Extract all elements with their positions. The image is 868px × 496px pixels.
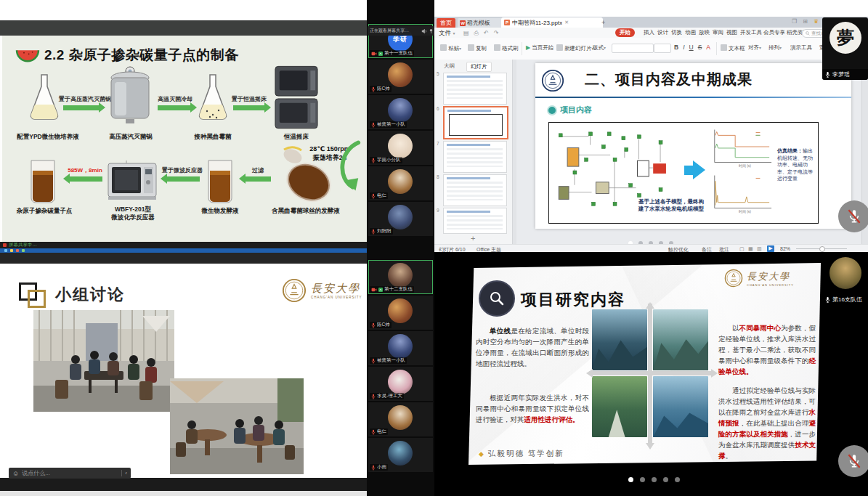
- participant-tile[interactable]: 刘阳阳: [368, 202, 433, 236]
- vip-icon[interactable]: ♛: [814, 18, 819, 25]
- zoom-slider-handle[interactable]: [819, 246, 825, 252]
- slide-thumbnail[interactable]: [443, 73, 507, 105]
- logo-english: CHANG'AN UNIVERSITY: [311, 296, 362, 299]
- play-from-page-button[interactable]: ▶ 当页开始: [526, 44, 553, 52]
- mute-button[interactable]: [838, 200, 868, 232]
- ribbon-tab-transition[interactable]: 切换: [671, 29, 682, 36]
- avatar: [830, 257, 861, 289]
- participant-label: 被窝第一小队: [370, 121, 407, 128]
- right-paragraph-1: 以不同暴雨中心为参数，假定经验单位线，推求入库洪水过程，基于最小二乘法，获取不同…: [718, 322, 816, 377]
- save-icon[interactable]: ▤: [463, 30, 469, 37]
- format-buttons: B I U S A: [674, 44, 710, 51]
- thumb-number: 6: [437, 106, 439, 111]
- wps-document-tab[interactable]: P 中期答辩11-23.pptx ✕: [501, 17, 603, 28]
- taskbar-app-icon[interactable]: [10, 249, 13, 252]
- ribbon-tab-insert[interactable]: 插入: [644, 29, 654, 36]
- overlay-video-tile[interactable]: 第16支队伍: [822, 256, 868, 305]
- new-slide-button[interactable]: 新建幻灯片▾: [556, 44, 594, 52]
- overlay-participant-name: 李梦瑶: [832, 70, 850, 78]
- share-tooltip-text: 正在观看屏幕共享…: [370, 28, 420, 34]
- undo-icon[interactable]: ↶: [484, 30, 489, 37]
- pin-icon[interactable]: [429, 28, 434, 33]
- play-button[interactable]: ▶: [767, 245, 774, 252]
- slide-thumbnail[interactable]: [443, 208, 507, 234]
- avatar: [388, 169, 413, 194]
- participant-tile[interactable]: 芋圆小分队: [368, 131, 433, 165]
- file-menu[interactable]: 文件 ▾: [439, 29, 455, 38]
- ribbon-tab-animation[interactable]: 动画: [685, 29, 696, 36]
- view-normal-icon[interactable]: ▢: [739, 246, 745, 252]
- logo-english: CHANG'AN UNIVERSITY: [747, 283, 794, 287]
- participant-tile[interactable]: 陈C帅: [368, 60, 433, 94]
- print-icon[interactable]: ⎙: [474, 30, 479, 37]
- ribbon-tab-view[interactable]: 视图: [726, 29, 737, 36]
- chat-input-bar[interactable]: ☺ 说点什么... ‹: [9, 468, 131, 479]
- paste-button[interactable]: 粘贴▾: [440, 44, 461, 52]
- new-tab-button[interactable]: +: [601, 19, 605, 26]
- participant-tile[interactable]: 电仁: [368, 166, 433, 200]
- add-slide-button[interactable]: +: [471, 234, 475, 243]
- view-read-icon[interactable]: ▥: [757, 246, 762, 252]
- view-sorter-icon[interactable]: ▦: [748, 246, 753, 252]
- ribbon-tab-member[interactable]: 会员专享: [763, 29, 785, 36]
- participant-tile[interactable]: 被窝第一小队: [368, 331, 433, 365]
- slides-tab[interactable]: 幻灯片: [466, 62, 492, 72]
- wps-home-tab[interactable]: 首页: [437, 18, 455, 28]
- taskbar-app-icon[interactable]: [22, 249, 25, 252]
- participant-tile[interactable]: 第十二支队伍: [368, 260, 433, 294]
- italic-button[interactable]: I: [683, 44, 684, 51]
- textbox-button[interactable]: 文本框: [721, 44, 745, 52]
- taskbar-app-icon[interactable]: [16, 249, 19, 252]
- slide-thumbnail-selected[interactable]: [443, 106, 508, 139]
- autoclave-illustration: [108, 65, 152, 127]
- emoji-icon[interactable]: ☺: [12, 470, 19, 477]
- overlay-video-tile[interactable]: 夢 李梦瑶: [822, 17, 868, 80]
- redo-icon[interactable]: ↷: [494, 30, 499, 37]
- align-button[interactable]: 对齐▾: [748, 44, 761, 52]
- format-painter-button[interactable]: 格式刷: [494, 44, 519, 52]
- present-tools-button[interactable]: 演示工具: [790, 44, 812, 52]
- thumb-number: 8: [437, 174, 439, 179]
- font-color-button[interactable]: A: [706, 44, 710, 51]
- speaker-icon[interactable]: [421, 28, 427, 34]
- title-underline: [535, 97, 851, 98]
- font-family-select[interactable]: [612, 44, 654, 53]
- arrange-button[interactable]: 排列▾: [768, 44, 782, 52]
- ribbon-tab-start[interactable]: 开始: [615, 28, 635, 37]
- overlay-participant-name: 第16支队伍: [832, 296, 862, 304]
- participant-tile[interactable]: 水灵-理工大: [368, 367, 433, 401]
- bold-button[interactable]: B: [674, 44, 678, 51]
- landscape-photo-3: [592, 376, 647, 437]
- taskbar-app-icon[interactable]: [4, 249, 7, 252]
- layout-icon[interactable]: ❐: [792, 18, 797, 25]
- participant-tile[interactable]: 小雨: [368, 438, 433, 472]
- participant-tile[interactable]: 被窝第一小队: [368, 95, 433, 129]
- chat-placeholder[interactable]: 说点什么...: [22, 469, 118, 477]
- step5-label: 杂原子掺杂碳量子点: [8, 207, 81, 214]
- apps-icon[interactable]: ⊞: [803, 18, 808, 25]
- mic-muted-large-icon: [845, 207, 864, 226]
- layout-button[interactable]: 版式▾: [593, 44, 606, 52]
- participant-label: 电仁: [370, 192, 388, 199]
- screen-share-banner: 屏幕共享中…: [0, 242, 370, 248]
- wps-template-tab[interactable]: W 稻壳模板: [458, 18, 503, 28]
- ribbon-tab-devtools[interactable]: 开发工具: [740, 29, 762, 36]
- ribbon-tab-design[interactable]: 设计: [657, 29, 668, 36]
- ribbon-tab-slideshow[interactable]: 放映: [699, 29, 710, 36]
- underline-button[interactable]: U: [689, 44, 694, 51]
- participant-tile[interactable]: 电仁: [368, 402, 433, 436]
- participant-name: 被窝第一小队: [377, 121, 405, 128]
- outline-tab[interactable]: 大纲: [440, 62, 458, 70]
- font-size-select[interactable]: [654, 44, 671, 53]
- strike-button[interactable]: S: [698, 44, 702, 51]
- participant-tile[interactable]: 陈C帅: [368, 296, 433, 330]
- section-label: 项目内容: [560, 105, 592, 115]
- share-tooltip[interactable]: 正在观看屏幕共享…: [368, 26, 434, 36]
- ribbon-tab-review[interactable]: 审阅: [713, 29, 723, 36]
- copy-button[interactable]: 复制: [468, 44, 487, 52]
- slide-thumbnail[interactable]: [443, 141, 507, 173]
- collapse-chat-icon[interactable]: ‹: [125, 470, 127, 476]
- mute-button[interactable]: [838, 445, 868, 477]
- slide-thumbnail[interactable]: [443, 174, 507, 206]
- close-tab-icon[interactable]: ✕: [564, 20, 569, 25]
